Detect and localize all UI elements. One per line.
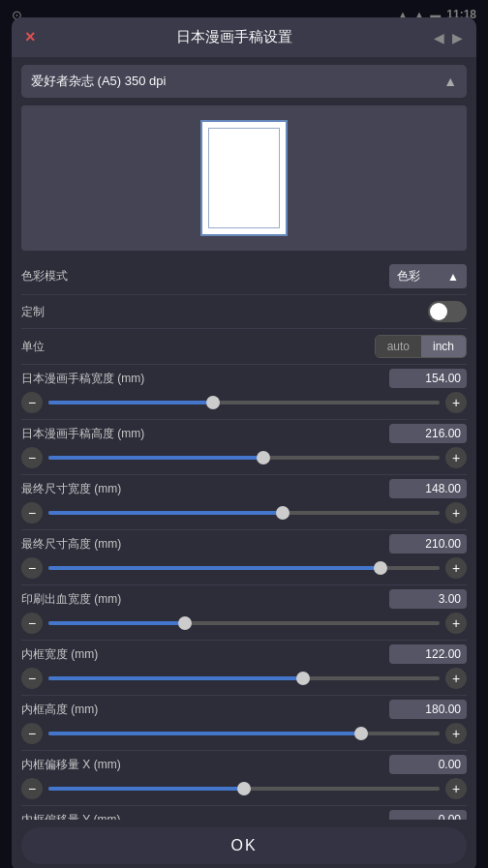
slider-track-5[interactable]	[48, 676, 440, 680]
canvas-preview	[21, 105, 467, 251]
slider-row-3: 最终尺寸高度 (mm) − +	[21, 530, 467, 585]
next-icon[interactable]: ▶	[452, 30, 463, 45]
slider-thumb-6[interactable]	[354, 727, 368, 740]
ok-button[interactable]: OK	[21, 827, 467, 864]
ok-btn-row: OK	[12, 820, 476, 868]
slider-value-8[interactable]	[389, 810, 467, 820]
slider-fill-7	[48, 787, 244, 791]
slider-value-5[interactable]	[389, 644, 467, 664]
slider-fill-1	[48, 456, 263, 460]
slider-minus-4[interactable]: −	[21, 613, 43, 634]
slider-label-row-4: 印刷出血宽度 (mm)	[21, 589, 467, 609]
slider-minus-5[interactable]: −	[21, 668, 43, 689]
dialog-title: 日本漫画手稿设置	[36, 28, 434, 46]
canvas-paper-inner	[208, 128, 280, 228]
unit-btn-inch[interactable]: inch	[421, 336, 466, 357]
slider-thumb-2[interactable]	[276, 506, 290, 520]
slider-label-0: 日本漫画手稿宽度 (mm)	[21, 371, 389, 387]
slider-label-row-1: 日本漫画手稿高度 (mm)	[21, 424, 467, 443]
slider-minus-1[interactable]: −	[21, 447, 43, 468]
preset-selector[interactable]: 爱好者杂志 (A5) 350 dpi ▲	[21, 65, 467, 98]
slider-fill-0	[48, 401, 213, 404]
slider-thumb-4[interactable]	[178, 616, 192, 630]
slider-thumb-3[interactable]	[374, 561, 387, 575]
slider-label-row-6: 内框高度 (mm)	[21, 700, 467, 719]
unit-btn-auto[interactable]: auto	[376, 336, 421, 357]
slider-value-4[interactable]	[389, 589, 467, 609]
slider-fill-6	[48, 732, 361, 735]
color-mode-value: 色彩	[397, 268, 420, 284]
slider-label-row-3: 最终尺寸高度 (mm)	[21, 534, 467, 554]
color-mode-dropdown[interactable]: 色彩 ▲	[389, 264, 467, 288]
slider-plus-3[interactable]: +	[445, 557, 467, 579]
slider-plus-1[interactable]: +	[445, 447, 467, 468]
dialog-nav-icons: ◀ ▶	[434, 30, 463, 45]
slider-plus-4[interactable]: +	[445, 613, 467, 634]
slider-track-0[interactable]	[48, 401, 440, 404]
slider-minus-7[interactable]: −	[21, 778, 43, 799]
slider-label-8: 内框偏移量 Y (mm)	[21, 812, 389, 821]
slider-minus-6[interactable]: −	[21, 723, 43, 744]
slider-value-6[interactable]	[389, 700, 467, 719]
slider-label-row-8: 内框偏移量 Y (mm)	[21, 810, 467, 820]
slider-track-4[interactable]	[48, 621, 440, 625]
color-mode-row: 色彩模式 色彩 ▲	[21, 258, 467, 295]
slider-minus-2[interactable]: −	[21, 502, 43, 524]
slider-plus-2[interactable]: +	[445, 502, 467, 524]
slider-controls-3: − +	[21, 557, 467, 579]
slider-row-6: 内框高度 (mm) − +	[21, 696, 467, 751]
slider-track-1[interactable]	[48, 456, 440, 460]
preset-value: 爱好者杂志 (A5) 350 dpi	[31, 73, 166, 90]
slider-thumb-0[interactable]	[206, 396, 220, 409]
slider-controls-7: − +	[21, 778, 467, 799]
slider-label-3: 最终尺寸高度 (mm)	[21, 536, 389, 553]
slider-row-8: 内框偏移量 Y (mm) − +	[21, 806, 467, 820]
slider-label-row-0: 日本漫画手稿宽度 (mm)	[21, 369, 467, 388]
slider-row-4: 印刷出血宽度 (mm) − +	[21, 585, 467, 641]
unit-row: 单位 auto inch	[21, 329, 467, 365]
slider-plus-0[interactable]: +	[445, 392, 467, 413]
slider-row-7: 内框偏移量 X (mm) − +	[21, 751, 467, 806]
slider-controls-0: − +	[21, 392, 467, 413]
slider-label-6: 内框高度 (mm)	[21, 702, 389, 718]
slider-track-6[interactable]	[48, 732, 440, 735]
slider-thumb-1[interactable]	[257, 451, 270, 464]
slider-plus-6[interactable]: +	[445, 723, 467, 744]
slider-label-4: 印刷出血宽度 (mm)	[21, 591, 389, 608]
customize-label: 定制	[21, 304, 428, 320]
slider-value-2[interactable]	[389, 479, 467, 498]
slider-controls-1: − +	[21, 447, 467, 468]
color-mode-arrow-icon: ▲	[447, 270, 459, 284]
dialog-close-button[interactable]: ×	[25, 27, 36, 47]
prev-icon[interactable]: ◀	[434, 30, 444, 45]
settings-content: 色彩模式 色彩 ▲ 定制 单位 auto inch	[12, 258, 476, 820]
slider-minus-3[interactable]: −	[21, 557, 43, 579]
slider-value-0[interactable]	[389, 369, 467, 388]
settings-dialog: × 日本漫画手稿设置 ◀ ▶ 爱好者杂志 (A5) 350 dpi ▲ 色彩模式…	[12, 17, 476, 868]
slider-thumb-5[interactable]	[296, 672, 310, 685]
slider-row-1: 日本漫画手稿高度 (mm) − +	[21, 420, 467, 475]
slider-minus-0[interactable]: −	[21, 392, 43, 413]
slider-value-3[interactable]	[389, 534, 467, 554]
slider-value-7[interactable]	[389, 755, 467, 774]
slider-fill-2	[48, 511, 283, 515]
slider-track-3[interactable]	[48, 566, 440, 570]
slider-value-1[interactable]	[389, 424, 467, 443]
toggle-thumb	[430, 303, 447, 320]
customize-toggle[interactable]	[428, 301, 467, 322]
slider-plus-7[interactable]: +	[445, 778, 467, 799]
slider-label-row-7: 内框偏移量 X (mm)	[21, 755, 467, 774]
canvas-paper	[200, 120, 288, 236]
slider-track-7[interactable]	[48, 787, 440, 791]
slider-fill-3	[48, 566, 381, 570]
slider-row-2: 最终尺寸宽度 (mm) − +	[21, 475, 467, 530]
slider-track-2[interactable]	[48, 511, 440, 515]
slider-label-7: 内框偏移量 X (mm)	[21, 757, 389, 773]
customize-row: 定制	[21, 295, 467, 329]
slider-label-row-5: 内框宽度 (mm)	[21, 644, 467, 664]
slider-plus-5[interactable]: +	[445, 668, 467, 689]
slider-controls-4: − +	[21, 613, 467, 634]
slider-controls-5: − +	[21, 668, 467, 689]
slider-thumb-7[interactable]	[237, 782, 251, 795]
customize-toggle-container	[428, 301, 467, 322]
